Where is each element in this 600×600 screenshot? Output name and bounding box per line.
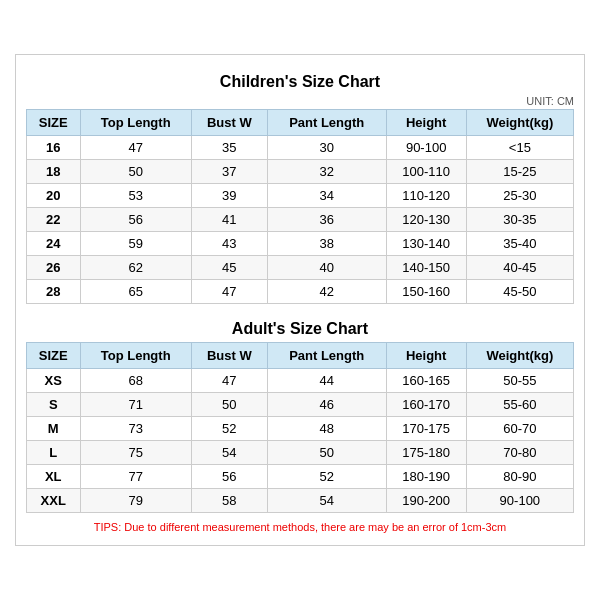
table-cell: 36: [267, 208, 386, 232]
table-cell: 50: [267, 441, 386, 465]
table-row: 26624540140-15040-45: [27, 256, 574, 280]
col-height: Height: [386, 110, 466, 136]
table-cell: 80-90: [466, 465, 573, 489]
size-chart-container: Children's Size Chart UNIT: CM SIZE Top …: [15, 54, 585, 546]
table-cell: 43: [191, 232, 267, 256]
table-row: 20533934110-12025-30: [27, 184, 574, 208]
children-title: Children's Size Chart: [26, 65, 574, 95]
table-cell: M: [27, 417, 81, 441]
table-cell: 79: [80, 489, 191, 513]
table-row: 28654742150-16045-50: [27, 280, 574, 304]
table-row: 22564136120-13030-35: [27, 208, 574, 232]
table-cell: 35: [191, 136, 267, 160]
adult-col-size: SIZE: [27, 343, 81, 369]
table-cell: L: [27, 441, 81, 465]
table-cell: 100-110: [386, 160, 466, 184]
table-cell: 41: [191, 208, 267, 232]
table-cell: 56: [191, 465, 267, 489]
adult-col-height: Height: [386, 343, 466, 369]
table-cell: 46: [267, 393, 386, 417]
table-row: 24594338130-14035-40: [27, 232, 574, 256]
table-cell: 47: [80, 136, 191, 160]
adult-tbody: XS684744160-16550-55S715046160-17055-60M…: [27, 369, 574, 513]
table-cell: 16: [27, 136, 81, 160]
table-cell: 120-130: [386, 208, 466, 232]
table-cell: 90-100: [466, 489, 573, 513]
table-cell: 44: [267, 369, 386, 393]
table-cell: 50-55: [466, 369, 573, 393]
table-cell: 58: [191, 489, 267, 513]
col-bust-w: Bust W: [191, 110, 267, 136]
adult-col-weight: Weight(kg): [466, 343, 573, 369]
table-cell: 150-160: [386, 280, 466, 304]
table-cell: 32: [267, 160, 386, 184]
adult-title: Adult's Size Chart: [26, 312, 574, 342]
adult-col-pant-length: Pant Length: [267, 343, 386, 369]
table-cell: 52: [267, 465, 386, 489]
adult-col-top-length: Top Length: [80, 343, 191, 369]
table-cell: 48: [267, 417, 386, 441]
table-cell: 160-165: [386, 369, 466, 393]
table-cell: 25-30: [466, 184, 573, 208]
table-row: S715046160-17055-60: [27, 393, 574, 417]
table-cell: 40: [267, 256, 386, 280]
table-cell: XXL: [27, 489, 81, 513]
table-cell: 45-50: [466, 280, 573, 304]
table-cell: 160-170: [386, 393, 466, 417]
children-tbody: 1647353090-100<1518503732100-11015-25205…: [27, 136, 574, 304]
table-cell: 38: [267, 232, 386, 256]
table-cell: 47: [191, 280, 267, 304]
adult-header-row: SIZE Top Length Bust W Pant Length Heigh…: [27, 343, 574, 369]
table-cell: 50: [191, 393, 267, 417]
children-table: SIZE Top Length Bust W Pant Length Heigh…: [26, 109, 574, 304]
col-weight: Weight(kg): [466, 110, 573, 136]
table-cell: XS: [27, 369, 81, 393]
table-cell: 75: [80, 441, 191, 465]
table-cell: 190-200: [386, 489, 466, 513]
table-cell: 170-175: [386, 417, 466, 441]
table-cell: 53: [80, 184, 191, 208]
table-cell: 50: [80, 160, 191, 184]
table-row: 18503732100-11015-25: [27, 160, 574, 184]
table-cell: 70-80: [466, 441, 573, 465]
table-cell: 140-150: [386, 256, 466, 280]
table-cell: 130-140: [386, 232, 466, 256]
table-cell: 47: [191, 369, 267, 393]
table-cell: 54: [267, 489, 386, 513]
table-cell: 42: [267, 280, 386, 304]
col-pant-length: Pant Length: [267, 110, 386, 136]
table-cell: 28: [27, 280, 81, 304]
table-cell: 180-190: [386, 465, 466, 489]
table-cell: 37: [191, 160, 267, 184]
table-cell: 110-120: [386, 184, 466, 208]
table-cell: 30: [267, 136, 386, 160]
table-cell: 54: [191, 441, 267, 465]
table-cell: <15: [466, 136, 573, 160]
table-cell: 24: [27, 232, 81, 256]
table-cell: 40-45: [466, 256, 573, 280]
table-row: XXL795854190-20090-100: [27, 489, 574, 513]
table-row: L755450175-18070-80: [27, 441, 574, 465]
table-cell: 35-40: [466, 232, 573, 256]
col-size: SIZE: [27, 110, 81, 136]
tips-text: TIPS: Due to different measurement metho…: [26, 519, 574, 535]
table-row: XL775652180-19080-90: [27, 465, 574, 489]
table-cell: 65: [80, 280, 191, 304]
adult-col-bust-w: Bust W: [191, 343, 267, 369]
unit-label: UNIT: CM: [26, 95, 574, 107]
table-cell: 59: [80, 232, 191, 256]
table-cell: 71: [80, 393, 191, 417]
table-cell: 68: [80, 369, 191, 393]
table-cell: 30-35: [466, 208, 573, 232]
table-cell: 73: [80, 417, 191, 441]
children-header-row: SIZE Top Length Bust W Pant Length Heigh…: [27, 110, 574, 136]
table-cell: 15-25: [466, 160, 573, 184]
table-row: XS684744160-16550-55: [27, 369, 574, 393]
table-cell: 22: [27, 208, 81, 232]
table-cell: 175-180: [386, 441, 466, 465]
table-row: M735248170-17560-70: [27, 417, 574, 441]
table-cell: 56: [80, 208, 191, 232]
table-cell: 77: [80, 465, 191, 489]
table-cell: 18: [27, 160, 81, 184]
table-cell: 39: [191, 184, 267, 208]
